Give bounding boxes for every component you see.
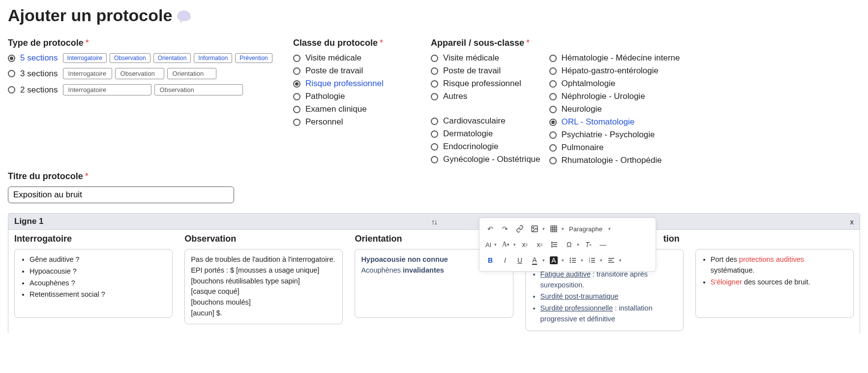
type-option-2[interactable]: 2 sections Interrogatoire Observation [8,84,293,95]
appareil-option[interactable]: Poste de travail [431,66,540,76]
horizontal-rule-icon[interactable]: — [597,239,609,250]
align-icon[interactable] [605,254,617,266]
undo-icon[interactable]: ↶ [484,223,496,235]
content-box[interactable]: Port des protections auditives systémati… [695,249,854,318]
chevron-down-icon[interactable]: ▾ [619,258,622,263]
table-icon[interactable] [548,223,560,235]
radio-label: Hématologie - Médecine interne [562,53,680,63]
cloud-icon [177,10,191,21]
radio-icon [549,67,557,75]
link-icon[interactable] [514,223,526,235]
text-line: Pas de troubles de l'audition à l'interr… [191,254,336,265]
appareil-option[interactable]: Néphrologie - Urologie [549,92,680,101]
appareil-option[interactable]: Hématologie - Médecine interne [549,53,680,63]
text-color-button[interactable]: A [529,254,540,266]
paragraph-select[interactable]: Paragraphe▾ [567,224,613,234]
text-line: [bouchons moulés] [191,297,336,308]
chevron-down-icon[interactable]: ▾ [562,258,564,263]
radio-icon [293,119,300,126]
line-height-icon[interactable] [548,239,560,250]
chevron-down-icon[interactable]: ▾ [542,226,545,231]
appareil-option[interactable]: Cardiovasculaire [431,116,540,126]
radio-label: Risque professionnel [305,79,384,89]
italic-button[interactable]: I [499,254,511,266]
classe-option[interactable]: Risque professionnel [293,79,431,89]
radio-icon [549,157,557,164]
chevron-down-icon[interactable]: ▾ [562,226,564,231]
svg-point-1 [533,227,534,229]
numbered-list-icon[interactable]: 123 [586,254,598,266]
bullet-list-icon[interactable] [567,254,579,266]
appareil-option[interactable]: Ophtalmologie [549,79,680,89]
appareil-option[interactable]: Risque professionnel [431,79,540,89]
appareil-option[interactable]: Endocrinologie [431,142,540,152]
titre-section: Titre du protocole* [8,171,860,203]
reorder-icon[interactable]: ↑↓ [431,218,437,226]
appareil-option[interactable]: Dermatologie [431,129,540,139]
type-option-5[interactable]: 5 sections Interrogatoire Observation Or… [8,53,293,63]
appareil-option[interactable]: Rhumatologie - Orthopédie [549,155,680,165]
appareil-option[interactable]: Hépato-gastro-entérologie [549,66,680,76]
chevron-down-icon[interactable]: ▾ [577,242,579,247]
appareil-option[interactable]: Pulmonaire [549,143,680,153]
clear-format-icon[interactable]: Tx [582,239,594,250]
appareil-label: Appareil / sous-classe* [431,38,860,48]
text-line: [bouchons réutilisables type sapin] [191,276,336,287]
pill: Prévention [235,53,272,63]
svg-text:3: 3 [589,261,590,263]
pill: Interrogatoire [63,53,107,63]
classe-option[interactable]: Pathologie [293,92,431,101]
chevron-down-icon[interactable]: ▾ [600,258,602,263]
radio-label: Cardiovasculaire [443,116,506,126]
omega-icon[interactable]: Ω [563,239,575,250]
underline-button[interactable]: U [514,254,526,266]
classe-option[interactable]: Personnel [293,117,431,127]
pill: Observation [110,53,150,63]
chevron-down-icon[interactable]: ▾ [513,242,516,247]
appareil-option[interactable]: Gynécologie - Obstétrique [431,155,540,164]
type-section: Type de protocole* 5 sections Interrogat… [8,38,293,165]
radio-icon [431,156,438,163]
radio-icon [549,119,557,126]
radio-icon [431,67,438,75]
radio-label: Poste de travail [305,66,363,76]
radio-label: Psychiatrie - Psychologie [562,130,655,140]
titre-input[interactable] [8,186,234,203]
content-box[interactable]: Pas de troubles de l'audition à l'interr… [184,249,343,324]
appareil-option[interactable]: Visite médicale [431,53,540,63]
chevron-down-icon[interactable]: ▾ [581,258,583,263]
radio-icon [8,70,15,77]
svg-point-4 [570,260,570,260]
ai-button[interactable]: AI [484,239,492,250]
appareil-option[interactable]: Psychiatrie - Psychologie [549,130,680,140]
type-option-3[interactable]: 3 sections Interrogatoire Observation Or… [8,68,293,79]
pill: Information [194,53,232,63]
subscript-icon[interactable]: x2 [534,239,545,250]
image-icon[interactable] [529,223,540,235]
content-box[interactable]: Gêne auditive ?Hypoacousie ?Acouphènes ?… [14,249,173,318]
appareil-option[interactable]: ORL - Stomatologie [549,117,680,127]
redo-icon[interactable]: ↷ [499,223,511,235]
chevron-down-icon[interactable]: ▾ [494,242,497,247]
classe-option[interactable]: Examen clinique [293,104,431,114]
radio-label: Néphrologie - Urologie [562,92,645,101]
superscript-icon[interactable]: x2 [519,239,531,250]
section-header [695,234,854,244]
highlight-button[interactable]: A [548,254,560,266]
classe-option[interactable]: Poste de travail [293,66,431,76]
radio-icon [431,93,438,100]
radio-icon [293,55,300,62]
bold-button[interactable]: B [484,254,496,266]
font-size-icon[interactable]: A▾ [500,239,511,250]
chevron-down-icon[interactable]: ▾ [542,258,545,263]
classe-option[interactable]: Visite médicale [293,53,431,63]
appareil-option[interactable]: Autres [431,92,540,101]
list-item: Fatigue auditive : transitoire après sur… [540,269,677,291]
list-item: Hypoacousie ? [30,266,166,277]
pill: Observation [115,68,164,79]
page-title: Ajouter un protocole [8,6,172,25]
radio-label: Ophtalmologie [562,79,616,89]
appareil-option[interactable]: Neurologie [549,104,680,114]
close-line-button[interactable]: x [850,218,854,226]
radio-label: Gynécologie - Obstétrique [443,155,540,164]
